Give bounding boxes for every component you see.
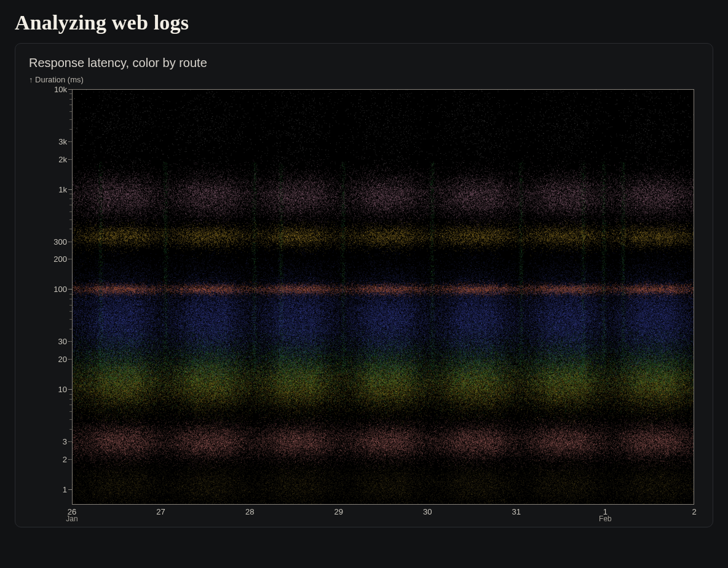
y-tick-label: 1 — [30, 484, 67, 494]
x-tick-label: 1Feb — [599, 507, 612, 523]
y-tick-label: 10 — [30, 385, 67, 394]
x-tick-label: 30 — [423, 507, 432, 516]
x-tick-label: 27 — [156, 507, 165, 516]
y-tick-label: 2 — [30, 454, 67, 463]
x-tick-label: 29 — [334, 507, 342, 516]
y-tick-label: 100 — [30, 285, 67, 294]
y-axis-label: ↑ Duration (ms) — [29, 75, 700, 84]
x-tick-label: 2 — [692, 507, 696, 516]
page-title: Analyzing web logs — [15, 11, 713, 34]
y-tick-label: 30 — [30, 337, 67, 346]
chart-card: Response latency, color by route ↑ Durat… — [15, 43, 713, 527]
chart-title: Response latency, color by route — [29, 56, 700, 70]
y-tick-label: 1k — [30, 184, 67, 194]
x-tick-label: 28 — [245, 507, 254, 516]
y-tick-label: 20 — [30, 355, 67, 364]
y-tick-label: 300 — [30, 237, 67, 246]
y-tick-label: 3k — [30, 137, 67, 146]
x-tick-label: 26Jan — [66, 507, 77, 523]
x-tick-label: 31 — [512, 507, 521, 516]
y-tick-label: 3 — [30, 437, 67, 446]
y-tick-label: 2k — [30, 154, 67, 164]
y-tick-label: 200 — [30, 254, 67, 264]
scatter-canvas[interactable] — [72, 89, 694, 505]
plot-area: 1231020301002003001k2k3k10k26Jan27282930… — [30, 85, 694, 516]
y-tick-label: 10k — [30, 85, 67, 94]
